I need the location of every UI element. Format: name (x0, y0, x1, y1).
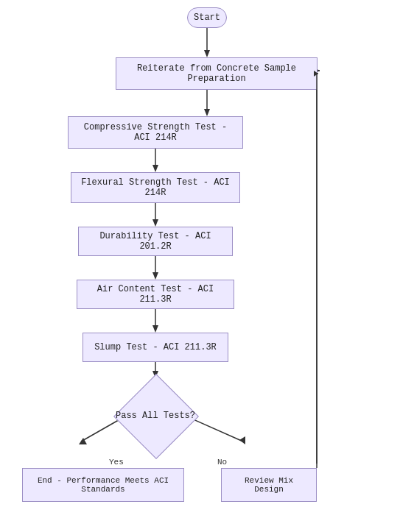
svg-marker-7 (152, 219, 158, 227)
svg-marker-9 (152, 272, 158, 280)
flexural-node: Flexural Strength Test - ACI 214R (71, 172, 240, 203)
air-content-node: Air Content Test - ACI 211.3R (77, 280, 234, 309)
start-node: Start (187, 7, 227, 28)
compressive-node: Compressive Strength Test - ACI 214R (68, 116, 243, 149)
pass-all-diamond: Pass All Tests? (115, 375, 196, 456)
svg-marker-15 (79, 438, 87, 444)
end-node: End - Performance Meets ACI Standards (22, 468, 184, 502)
svg-marker-5 (152, 165, 158, 172)
slump-node: Slump Test - ACI 211.3R (83, 333, 228, 362)
no-label: No (217, 458, 227, 467)
svg-marker-11 (152, 325, 158, 333)
svg-marker-17 (239, 436, 245, 444)
yes-label: Yes (109, 458, 124, 467)
svg-marker-1 (204, 50, 210, 57)
svg-marker-3 (204, 109, 210, 116)
flowchart: Start Reiterate from Concrete Sample Pre… (0, 0, 414, 532)
reiterate-node: Reiterate from Concrete Sample Preparati… (116, 57, 317, 90)
review-node: Review Mix Design (221, 468, 317, 502)
durability-node: Durability Test - ACI 201.2R (78, 227, 233, 256)
